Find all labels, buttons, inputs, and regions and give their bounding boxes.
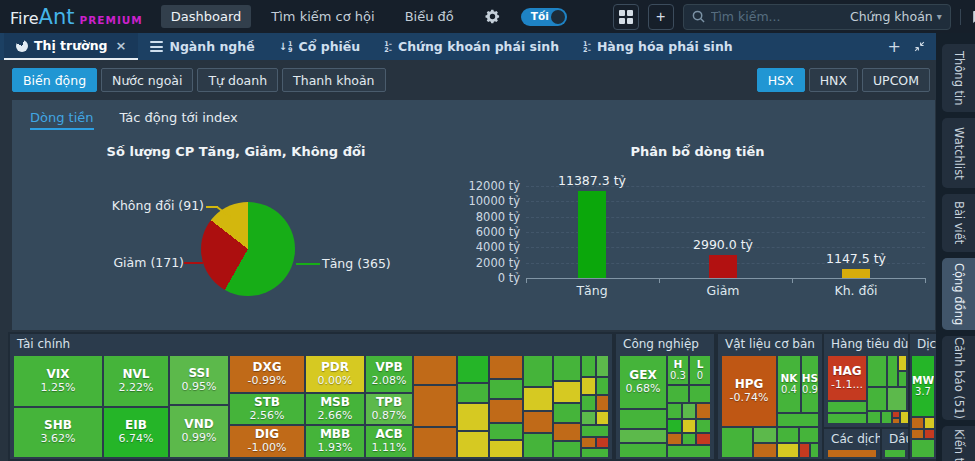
subtab-dong-tien[interactable]: Dòng tiền bbox=[30, 110, 94, 130]
treemap-tile-VND[interactable]: VND0.99% bbox=[170, 406, 228, 457]
messages-icon[interactable] bbox=[970, 9, 975, 25]
treemap-tile[interactable] bbox=[683, 434, 695, 444]
treemap-tile[interactable] bbox=[458, 384, 488, 402]
treemap-tile[interactable] bbox=[490, 356, 522, 378]
treemap-tile[interactable] bbox=[524, 356, 552, 386]
add-widget-button[interactable]: + bbox=[648, 4, 674, 30]
treemap-tile[interactable] bbox=[800, 444, 809, 457]
close-tab-icon[interactable]: × bbox=[116, 38, 127, 53]
treemap-tile[interactable] bbox=[524, 388, 552, 410]
add-tab-icon[interactable]: + bbox=[888, 39, 901, 55]
treemap-tile[interactable] bbox=[458, 356, 488, 382]
tab-thi-truong[interactable]: Thị trường × bbox=[4, 33, 138, 60]
nav-dashboard[interactable]: Dashboard bbox=[161, 5, 252, 28]
treemap-tile-DIG[interactable]: DIG-1.00% bbox=[230, 426, 304, 457]
treemap-tile[interactable] bbox=[697, 434, 710, 444]
treemap-tile[interactable] bbox=[490, 441, 522, 457]
collapse-icon[interactable] bbox=[913, 40, 926, 53]
treemap-tile[interactable] bbox=[888, 388, 906, 410]
treemap-tile[interactable] bbox=[620, 410, 666, 428]
sidebar-item-thong-tin[interactable]: Thông tin bbox=[942, 44, 975, 112]
treemap-tile[interactable] bbox=[582, 378, 595, 394]
tab-hang-hoa-phai-sinh[interactable]: 1–2– Hàng hóa phái sinh bbox=[571, 33, 745, 60]
treemap-tile[interactable] bbox=[811, 444, 818, 457]
treemap-tile-DXG[interactable]: DXG-0.99% bbox=[230, 356, 304, 392]
treemap-tile-GEX[interactable]: GEX0.68% bbox=[620, 356, 666, 408]
treemap-tile[interactable] bbox=[828, 450, 876, 457]
treemap-tile-HPG[interactable]: HPG-0.74% bbox=[722, 356, 776, 426]
treemap-tile[interactable] bbox=[668, 386, 688, 402]
treemap-tile[interactable] bbox=[778, 444, 798, 457]
treemap-tile[interactable] bbox=[554, 356, 580, 380]
nav-bieu-do[interactable]: Biểu đồ bbox=[395, 5, 464, 28]
treemap-tile[interactable] bbox=[888, 356, 897, 386]
treemap-tile-SHB[interactable]: SHB3.62% bbox=[14, 408, 102, 457]
sidebar-item-watchlist[interactable]: Watchlist bbox=[942, 118, 975, 188]
treemap-tile[interactable] bbox=[778, 428, 798, 442]
sidebar-item-bai-viet[interactable]: Bài viết bbox=[942, 194, 975, 252]
treemap-tile[interactable] bbox=[754, 428, 776, 442]
treemap-tile-HS[interactable]: HS0.9 bbox=[802, 356, 818, 412]
treemap-tile[interactable] bbox=[490, 424, 522, 439]
treemap-tile[interactable] bbox=[868, 356, 886, 386]
treemap-tile[interactable] bbox=[554, 442, 580, 457]
treemap-tile-PDR[interactable]: PDR0.00% bbox=[306, 356, 364, 392]
treemap-tile-NVL[interactable]: NVL2.22% bbox=[104, 356, 168, 406]
treemap-tile[interactable] bbox=[414, 386, 456, 426]
tab-nganh-nghe[interactable]: Ngành nghề bbox=[138, 33, 266, 60]
treemap-tile[interactable] bbox=[668, 446, 710, 457]
treemap-tile[interactable] bbox=[912, 418, 923, 428]
treemap-tile[interactable] bbox=[828, 402, 866, 412]
treemap-tile[interactable] bbox=[524, 434, 552, 457]
treemap-tile[interactable] bbox=[899, 372, 906, 386]
treemap-tile-MW[interactable]: MW3.7 bbox=[912, 356, 934, 416]
treemap-tile[interactable] bbox=[868, 412, 880, 423]
exchange-hsx[interactable]: HSX bbox=[757, 68, 805, 92]
treemap-tile[interactable] bbox=[490, 380, 522, 398]
treemap-tile[interactable] bbox=[524, 412, 552, 432]
treemap-tile[interactable] bbox=[582, 396, 595, 410]
apps-grid-icon[interactable] bbox=[613, 4, 639, 30]
treemap-tile[interactable] bbox=[722, 428, 752, 457]
sidebar-item-cong-dong[interactable]: Cộng đồng bbox=[942, 258, 975, 330]
treemap-tile[interactable] bbox=[597, 438, 608, 447]
filter-nuoc-ngoai[interactable]: Nước ngoài bbox=[101, 68, 193, 92]
nav-tim-kiem-co-hoi[interactable]: Tìm kiếm cơ hội bbox=[261, 5, 384, 28]
treemap-tile[interactable] bbox=[690, 386, 710, 402]
settings-gear-icon[interactable] bbox=[484, 8, 501, 25]
treemap-tile[interactable] bbox=[868, 388, 886, 410]
treemap-tile[interactable] bbox=[912, 440, 934, 457]
filter-thanh-khoan[interactable]: Thanh khoản bbox=[282, 68, 385, 92]
treemap-tile-NK[interactable]: NK0.4 bbox=[778, 356, 800, 412]
treemap-tile[interactable] bbox=[697, 404, 710, 418]
treemap-tile[interactable] bbox=[458, 404, 488, 430]
search-input[interactable] bbox=[711, 9, 844, 24]
treemap-tile[interactable] bbox=[668, 420, 681, 432]
treemap-tile[interactable] bbox=[414, 428, 456, 457]
treemap-tile[interactable] bbox=[554, 404, 580, 422]
sidebar-item-canh-bao[interactable]: Cảnh báo (51) bbox=[942, 336, 975, 420]
treemap-tile[interactable] bbox=[554, 424, 580, 440]
treemap-tile[interactable] bbox=[885, 450, 905, 457]
dark-mode-toggle[interactable]: Tối bbox=[521, 8, 567, 26]
treemap-tile-MSB[interactable]: MSB2.66% bbox=[306, 394, 364, 424]
treemap-tile[interactable] bbox=[899, 356, 906, 370]
treemap-tile[interactable] bbox=[828, 414, 866, 423]
tab-chung-khoan-phai-sinh[interactable]: 1–2– Chứng khoán phái sinh bbox=[372, 33, 571, 60]
treemap-tile[interactable] bbox=[458, 432, 488, 457]
treemap-tile[interactable] bbox=[668, 404, 681, 418]
treemap-tile[interactable] bbox=[882, 412, 891, 423]
treemap-tile[interactable] bbox=[893, 412, 899, 417]
subtab-tac-dong-toi-index[interactable]: Tác động tới index bbox=[120, 110, 238, 130]
treemap-tile[interactable] bbox=[925, 430, 934, 438]
treemap-tile-MBB[interactable]: MBB1.93% bbox=[306, 426, 364, 457]
treemap-tile[interactable] bbox=[582, 426, 608, 436]
treemap-tile[interactable] bbox=[597, 396, 608, 410]
treemap-tile[interactable] bbox=[620, 430, 666, 442]
treemap-tile[interactable] bbox=[582, 356, 595, 376]
treemap-tile[interactable] bbox=[912, 430, 923, 438]
treemap-tile-EIB[interactable]: EIB6.74% bbox=[104, 408, 168, 457]
filter-bien-dong[interactable]: Biến động bbox=[12, 68, 97, 92]
search-scope-dropdown[interactable]: Chứng khoán ▾ bbox=[850, 9, 942, 24]
treemap-tile[interactable] bbox=[893, 419, 899, 423]
